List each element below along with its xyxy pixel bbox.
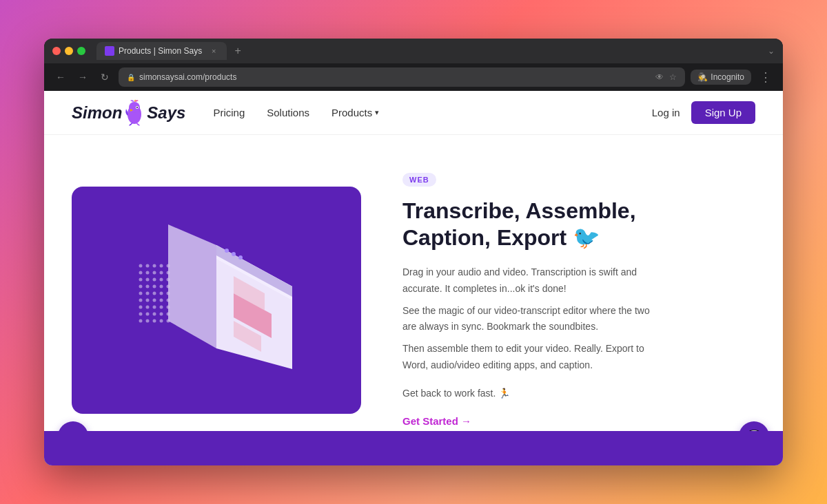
web-badge: WEB xyxy=(402,173,436,187)
product-title: Transcribe, Assemble, Caption, Export 🐦 xyxy=(402,198,664,251)
solutions-label: Solutions xyxy=(267,107,309,118)
svg-point-42 xyxy=(153,313,156,316)
svg-point-48 xyxy=(160,319,163,323)
svg-point-27 xyxy=(153,292,156,295)
svg-point-36 xyxy=(146,306,150,309)
svg-point-33 xyxy=(160,299,163,302)
svg-point-20 xyxy=(139,285,143,288)
svg-point-58 xyxy=(232,252,236,256)
products-chevron-icon: ▾ xyxy=(375,108,379,117)
svg-point-40 xyxy=(139,313,143,316)
bookmark-icon[interactable]: ☆ xyxy=(669,72,677,82)
svg-point-30 xyxy=(139,299,143,302)
site-logo[interactable]: Simon xyxy=(72,99,185,127)
incognito-label: Incognito xyxy=(711,72,744,82)
svg-point-6 xyxy=(146,264,150,268)
browser-tab[interactable]: Products | Simon Says × xyxy=(96,42,227,60)
svg-marker-51 xyxy=(168,224,216,348)
tab-title: Products | Simon Says xyxy=(119,46,202,56)
svg-point-15 xyxy=(139,278,143,282)
new-tab-button[interactable]: + xyxy=(229,43,246,59)
address-bar[interactable]: 🔒 simonsaysai.com/products 👁 ☆ xyxy=(119,67,685,87)
address-bar-icons: 👁 ☆ xyxy=(655,72,677,82)
svg-point-8 xyxy=(160,264,163,268)
svg-point-18 xyxy=(160,278,163,282)
signup-button[interactable]: Sign Up xyxy=(691,101,755,124)
refresh-button[interactable]: ↻ xyxy=(96,69,113,85)
nav-products[interactable]: Products ▾ xyxy=(331,107,379,118)
url-text: simonsaysai.com/products xyxy=(139,72,651,82)
product-illustration xyxy=(72,187,361,414)
tab-close-button[interactable]: × xyxy=(209,46,218,56)
login-button[interactable]: Log in xyxy=(652,107,680,118)
more-options-button[interactable]: ⋮ xyxy=(757,70,775,85)
cta-bar xyxy=(44,431,783,465)
nav-pricing[interactable]: Pricing xyxy=(213,107,245,118)
svg-point-5 xyxy=(139,264,143,268)
svg-point-26 xyxy=(146,292,150,295)
svg-point-57 xyxy=(225,249,229,253)
get-started-link[interactable]: Get Started → xyxy=(402,415,471,427)
tab-bar: Products | Simon Says × + ⌄ xyxy=(96,42,775,60)
nav-actions: Log in Sign Up xyxy=(652,101,755,124)
logo-text-1: Simon xyxy=(72,103,122,123)
svg-point-38 xyxy=(160,306,163,309)
tab-favicon xyxy=(105,46,114,56)
isometric-illustration xyxy=(113,204,320,397)
product-info: WEB Transcribe, Assemble, Caption, Expor… xyxy=(402,173,664,428)
svg-point-32 xyxy=(153,299,156,302)
svg-point-35 xyxy=(139,306,143,309)
pricing-label: Pricing xyxy=(213,107,245,118)
incognito-badge: 🕵 Incognito xyxy=(691,70,751,85)
product-description: Drag in your audio and video. Transcript… xyxy=(402,264,664,374)
svg-point-23 xyxy=(160,285,163,288)
nav-links: Pricing Solutions Products ▾ xyxy=(213,107,651,118)
svg-point-25 xyxy=(139,292,143,295)
svg-point-4 xyxy=(136,107,138,108)
logo-bird-icon xyxy=(123,99,145,127)
svg-point-10 xyxy=(139,271,143,275)
logo-text-2: Says xyxy=(147,103,185,123)
svg-point-11 xyxy=(146,271,150,275)
forward-button[interactable]: → xyxy=(74,69,91,85)
tab-expand-button[interactable]: ⌄ xyxy=(768,46,775,56)
svg-point-7 xyxy=(153,264,156,268)
svg-point-41 xyxy=(146,313,150,316)
svg-point-17 xyxy=(153,278,156,282)
svg-point-43 xyxy=(160,313,163,316)
nav-solutions[interactable]: Solutions xyxy=(267,107,309,118)
svg-point-28 xyxy=(160,292,163,295)
svg-point-21 xyxy=(146,285,150,288)
svg-point-59 xyxy=(238,255,243,260)
site-navigation: Simon xyxy=(44,91,783,135)
site-main: WEB Transcribe, Assemble, Caption, Expor… xyxy=(44,135,783,465)
svg-point-13 xyxy=(160,271,163,275)
svg-point-22 xyxy=(153,285,156,288)
svg-point-47 xyxy=(153,319,156,323)
eye-off-icon: 👁 xyxy=(655,72,664,82)
svg-point-46 xyxy=(146,319,150,323)
close-button[interactable] xyxy=(52,47,61,55)
incognito-icon: 🕵 xyxy=(697,72,708,82)
address-bar-container: ← → ↻ 🔒 simonsaysai.com/products 👁 ☆ 🕵 I… xyxy=(44,63,783,91)
back-button[interactable]: ← xyxy=(52,69,69,85)
product-tagline: Get back to work fast. 🏃 xyxy=(402,388,664,399)
products-label: Products xyxy=(331,107,372,118)
svg-point-45 xyxy=(139,319,143,323)
svg-point-16 xyxy=(146,278,150,282)
svg-point-12 xyxy=(153,271,156,275)
browser-window: Products | Simon Says × + ⌄ ← → ↻ 🔒 simo… xyxy=(44,39,783,465)
browser-titlebar: Products | Simon Says × + ⌄ xyxy=(44,39,783,63)
traffic-lights xyxy=(52,47,85,55)
svg-point-31 xyxy=(146,299,150,302)
maximize-button[interactable] xyxy=(77,47,85,55)
security-lock-icon: 🔒 xyxy=(127,74,135,81)
svg-point-37 xyxy=(153,306,156,309)
minimize-button[interactable] xyxy=(65,47,73,55)
webpage: Simon xyxy=(44,91,783,465)
